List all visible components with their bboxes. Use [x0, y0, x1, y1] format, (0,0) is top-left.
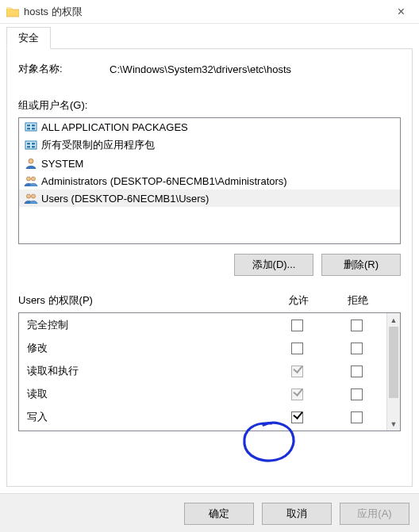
allow-checkbox[interactable] [291, 411, 303, 423]
permissions-list: 完全控制修改读取和执行读取写入 [19, 313, 386, 431]
permission-name: 写入 [27, 410, 267, 424]
group-icon [24, 174, 38, 187]
group-item[interactable]: Administrators (DESKTOP-6NECMB1\Administ… [19, 172, 400, 189]
permissions-header: Users 的权限(P) 允许 拒绝 [18, 293, 401, 308]
permission-row: 读取和执行 [19, 359, 386, 382]
svg-rect-3 [27, 128, 30, 130]
allow-checkbox[interactable] [291, 343, 303, 354]
object-name-value: C:\Windows\System32\drivers\etc\hosts [110, 63, 401, 75]
package-icon [24, 121, 38, 133]
tabpage-security: 对象名称: C:\Windows\System32\drivers\etc\ho… [6, 49, 413, 487]
remove-button[interactable]: 删除(R) [321, 254, 401, 276]
groups-buttons: 添加(D)... 删除(R) [18, 254, 401, 276]
svg-rect-1 [27, 124, 30, 127]
folder-icon [6, 6, 19, 17]
svg-rect-8 [27, 146, 30, 148]
scroll-track[interactable] [387, 327, 400, 417]
svg-point-12 [31, 177, 35, 181]
svg-point-11 [26, 177, 30, 181]
svg-rect-9 [32, 146, 35, 148]
apply-button[interactable]: 应用(A) [340, 503, 409, 525]
deny-checkbox[interactable] [351, 388, 363, 400]
allow-checkbox[interactable] [291, 366, 303, 377]
permissions-scrollbar[interactable]: ▲ ▼ [386, 313, 400, 431]
allow-column-label: 允许 [268, 293, 328, 308]
add-button[interactable]: 添加(D)... [234, 254, 313, 276]
group-item-label: SYSTEM [41, 158, 83, 170]
permission-row: 读取 [19, 382, 386, 405]
cancel-button[interactable]: 取消 [262, 503, 332, 525]
package-icon [24, 139, 38, 151]
group-item-label: Users (DESKTOP-6NECMB1\Users) [41, 193, 209, 205]
deny-checkbox[interactable] [351, 320, 363, 331]
scroll-up-icon[interactable]: ▲ [387, 313, 400, 327]
close-icon: × [398, 5, 405, 19]
deny-checkbox[interactable] [351, 411, 363, 423]
svg-point-10 [29, 159, 33, 163]
object-name-row: 对象名称: C:\Windows\System32\drivers\etc\ho… [18, 62, 401, 76]
groups-label: 组或用户名(G): [18, 98, 401, 113]
svg-rect-4 [32, 128, 35, 130]
close-button[interactable]: × [383, 0, 419, 24]
permission-row: 修改 [19, 336, 386, 359]
dialog-footer: 确定 取消 应用(A) [0, 493, 419, 532]
group-item-label: ALL APPLICATION PACKAGES [41, 121, 188, 133]
group-item[interactable]: Users (DESKTOP-6NECMB1\Users) [19, 189, 400, 207]
allow-checkbox[interactable] [291, 388, 303, 400]
svg-point-14 [31, 194, 35, 198]
permissions-box: 完全控制修改读取和执行读取写入 ▲ ▼ [18, 312, 401, 431]
tab-security[interactable]: 安全 [6, 27, 51, 49]
svg-rect-6 [27, 143, 30, 145]
svg-point-13 [26, 194, 30, 198]
user-icon [24, 157, 38, 170]
group-item[interactable]: SYSTEM [19, 155, 400, 172]
permission-name: 完全控制 [27, 318, 267, 332]
deny-checkbox[interactable] [351, 343, 363, 354]
window-title: hosts 的权限 [24, 5, 83, 19]
svg-rect-2 [32, 124, 35, 127]
allow-checkbox[interactable] [291, 320, 303, 331]
ok-button[interactable]: 确定 [184, 503, 254, 525]
svg-rect-7 [32, 143, 35, 145]
permission-name: 修改 [27, 341, 267, 355]
permission-name: 读取和执行 [27, 364, 267, 378]
group-item-label: Administrators (DESKTOP-6NECMB1\Administ… [41, 175, 287, 187]
permissions-label: Users 的权限(P) [18, 293, 268, 308]
scroll-down-icon[interactable]: ▼ [387, 417, 400, 431]
deny-column-label: 拒绝 [328, 293, 387, 308]
groups-listbox[interactable]: ALL APPLICATION PACKAGES所有受限制的应用程序包SYSTE… [18, 117, 401, 244]
permission-name: 读取 [27, 387, 267, 401]
permission-row: 写入 [19, 405, 386, 428]
tabstrip: 安全 [6, 29, 413, 49]
group-icon [24, 192, 38, 205]
dialog-body: 安全 对象名称: C:\Windows\System32\drivers\etc… [0, 24, 419, 493]
titlebar: hosts 的权限 × [0, 0, 419, 24]
group-item[interactable]: ALL APPLICATION PACKAGES [19, 118, 400, 136]
group-item[interactable]: 所有受限制的应用程序包 [19, 136, 400, 155]
group-item-label: 所有受限制的应用程序包 [41, 138, 155, 152]
scroll-thumb[interactable] [389, 327, 398, 398]
object-name-label: 对象名称: [18, 62, 110, 76]
permission-row: 完全控制 [19, 313, 386, 336]
deny-checkbox[interactable] [351, 366, 363, 377]
